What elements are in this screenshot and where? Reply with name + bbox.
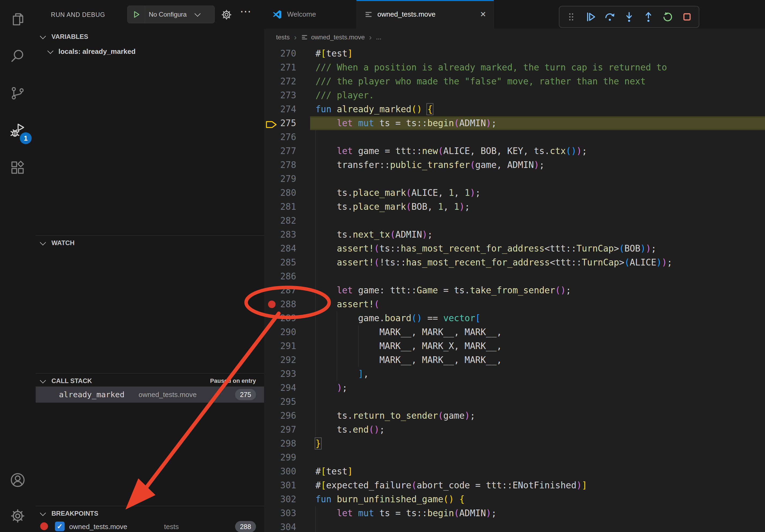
line-number[interactable]: 282 bbox=[264, 214, 296, 228]
line-number[interactable]: 296 bbox=[264, 409, 296, 423]
breakpoint-list-item[interactable]: ✓ owned_tests.move tests 288 bbox=[36, 519, 264, 532]
line-number[interactable]: 284 bbox=[264, 242, 296, 256]
call-stack-section-header[interactable]: CALL STACK Paused on entry bbox=[36, 374, 264, 388]
code-line-300[interactable]: 300#[test] bbox=[264, 464, 765, 478]
start-debug-icon[interactable] bbox=[132, 10, 141, 19]
code-line-279[interactable]: 279 bbox=[264, 172, 765, 186]
toolbar-drag-grip[interactable] bbox=[563, 9, 579, 25]
debug-settings-gear-icon[interactable] bbox=[221, 9, 232, 21]
line-number[interactable]: 286 bbox=[264, 269, 296, 283]
code-line-272[interactable]: 272/// the player who made the "false" m… bbox=[264, 75, 765, 89]
watch-section-header[interactable]: WATCH bbox=[36, 236, 264, 250]
code-line-273[interactable]: 273/// player. bbox=[264, 89, 765, 102]
code-line-298[interactable]: 298} bbox=[264, 437, 765, 450]
call-stack-frame-row[interactable]: already_marked owned_tests.move 275 bbox=[36, 387, 264, 402]
line-number[interactable]: 272 bbox=[264, 75, 296, 89]
line-number[interactable]: 299 bbox=[264, 450, 296, 464]
extensions-icon[interactable] bbox=[0, 154, 35, 182]
code-line-271[interactable]: 271/// When a position is already marked… bbox=[264, 61, 765, 75]
code-line-289[interactable]: 289 game.board() == vector[ bbox=[264, 311, 765, 325]
code-line-285[interactable]: 285 assert!(!ts::has_most_recent_for_add… bbox=[264, 256, 765, 269]
code-line-301[interactable]: 301#[expected_failure(abort_code = ttt::… bbox=[264, 478, 765, 492]
line-number[interactable]: 271 bbox=[264, 61, 296, 75]
settings-gear-icon[interactable] bbox=[0, 502, 35, 530]
code-line-270[interactable]: 270#[test] bbox=[264, 47, 765, 61]
line-number[interactable]: 285 bbox=[264, 256, 296, 269]
code-line-277[interactable]: 277 let game = ttt::new(ALICE, BOB, KEY,… bbox=[264, 144, 765, 158]
line-number[interactable]: 290 bbox=[264, 325, 296, 339]
code-line-296[interactable]: 296 ts.return_to_sender(game); bbox=[264, 409, 765, 423]
line-number[interactable]: 301 bbox=[264, 478, 296, 492]
step-into-icon[interactable] bbox=[621, 9, 637, 25]
variables-scope-locals[interactable]: locals: already_marked bbox=[36, 45, 264, 58]
close-icon[interactable]: ✕ bbox=[480, 10, 486, 19]
line-number[interactable]: 279 bbox=[264, 172, 296, 186]
breakpoints-section-header[interactable]: BREAKPOINTS bbox=[36, 507, 264, 520]
code-line-293[interactable]: 293 ], bbox=[264, 367, 765, 381]
code-line-275[interactable]: 275 let mut ts = ts::begin(ADMIN); bbox=[264, 116, 765, 130]
line-number[interactable]: 293 bbox=[264, 367, 296, 381]
account-icon[interactable] bbox=[0, 466, 35, 494]
code-line-286[interactable]: 286 bbox=[264, 269, 765, 283]
code-line-280[interactable]: 280 ts.place_mark(ALICE, 1, 1); bbox=[264, 186, 765, 200]
code-line-295[interactable]: 295 bbox=[264, 395, 765, 409]
code-line-283[interactable]: 283 ts.next_tx(ADMIN); bbox=[264, 228, 765, 242]
line-number[interactable]: 300 bbox=[264, 464, 296, 478]
line-number[interactable]: 270 bbox=[264, 47, 296, 61]
breadcrumb-item[interactable]: tests bbox=[276, 34, 290, 41]
code-line-276[interactable]: 276 bbox=[264, 130, 765, 144]
code-line-281[interactable]: 281 ts.place_mark(BOB, 1, 1); bbox=[264, 200, 765, 214]
variables-section-header[interactable]: VARIABLES bbox=[36, 30, 264, 43]
code-line-278[interactable]: 278 transfer::public_transfer(game, ADMI… bbox=[264, 158, 765, 172]
line-number[interactable]: 302 bbox=[264, 492, 296, 506]
line-number[interactable]: 303 bbox=[264, 506, 296, 520]
code-line-292[interactable]: 292 MARK__, MARK__, MARK__, bbox=[264, 353, 765, 367]
code-line-294[interactable]: 294 ); bbox=[264, 381, 765, 395]
step-out-icon[interactable] bbox=[640, 9, 657, 25]
line-number[interactable]: 283 bbox=[264, 228, 296, 242]
code-line-303[interactable]: 303 let mut ts = ts::begin(ADMIN); bbox=[264, 506, 765, 520]
breakpoint-checkbox[interactable]: ✓ bbox=[55, 522, 65, 531]
code-area[interactable]: 270#[test]271/// When a position is alre… bbox=[264, 46, 765, 532]
line-number[interactable]: 304 bbox=[264, 520, 296, 532]
code-line-287[interactable]: 287 let game: ttt::Game = ts.take_from_s… bbox=[264, 283, 765, 297]
line-number[interactable]: 287 bbox=[264, 283, 296, 297]
line-number[interactable]: 292 bbox=[264, 353, 296, 367]
launch-config-dropdown[interactable]: No Configura bbox=[127, 6, 215, 23]
line-number[interactable]: 274 bbox=[264, 102, 296, 116]
source-control-icon[interactable] bbox=[0, 79, 35, 107]
line-number[interactable]: 277 bbox=[264, 144, 296, 158]
breakpoint-dot-icon[interactable] bbox=[268, 301, 276, 308]
line-number[interactable]: 281 bbox=[264, 200, 296, 214]
code-line-284[interactable]: 284 assert!(ts::has_most_recent_for_addr… bbox=[264, 242, 765, 256]
breadcrumb-item[interactable]: owned_tests.move bbox=[311, 34, 365, 41]
code-line-282[interactable]: 282 bbox=[264, 214, 765, 228]
line-number[interactable]: 276 bbox=[264, 130, 296, 144]
more-actions-icon[interactable]: ⋯ bbox=[240, 5, 251, 18]
line-number[interactable]: 273 bbox=[264, 89, 296, 102]
line-number[interactable]: 291 bbox=[264, 339, 296, 353]
tab-welcome[interactable]: Welcome bbox=[264, 0, 357, 29]
line-number[interactable]: 298 bbox=[264, 437, 296, 450]
stop-icon[interactable] bbox=[679, 9, 695, 25]
explorer-icon[interactable] bbox=[0, 5, 35, 33]
code-line-274[interactable]: 274fun already_marked() { bbox=[264, 102, 765, 116]
restart-icon[interactable] bbox=[659, 9, 676, 25]
line-number[interactable]: 295 bbox=[264, 395, 296, 409]
step-over-icon[interactable] bbox=[601, 9, 618, 25]
line-number[interactable]: 280 bbox=[264, 186, 296, 200]
code-line-291[interactable]: 291 MARK__, MARK_X, MARK__, bbox=[264, 339, 765, 353]
code-line-302[interactable]: 302fun burn_unfinished_game() { bbox=[264, 492, 765, 506]
tab-owned-tests-move[interactable]: owned_tests.move ✕ bbox=[357, 0, 494, 29]
line-number[interactable]: 278 bbox=[264, 158, 296, 172]
code-line-288[interactable]: 288 assert!( bbox=[264, 297, 765, 311]
search-icon[interactable] bbox=[0, 42, 35, 70]
code-line-299[interactable]: 299 bbox=[264, 450, 765, 464]
code-line-290[interactable]: 290 MARK__, MARK__, MARK__, bbox=[264, 325, 765, 339]
line-number[interactable]: 294 bbox=[264, 381, 296, 395]
breadcrumb-item[interactable]: ... bbox=[376, 34, 382, 41]
line-number[interactable]: 297 bbox=[264, 423, 296, 437]
run-and-debug-icon[interactable]: 1 bbox=[0, 117, 35, 145]
code-line-304[interactable]: 304 bbox=[264, 520, 765, 532]
continue-icon[interactable] bbox=[582, 9, 599, 25]
